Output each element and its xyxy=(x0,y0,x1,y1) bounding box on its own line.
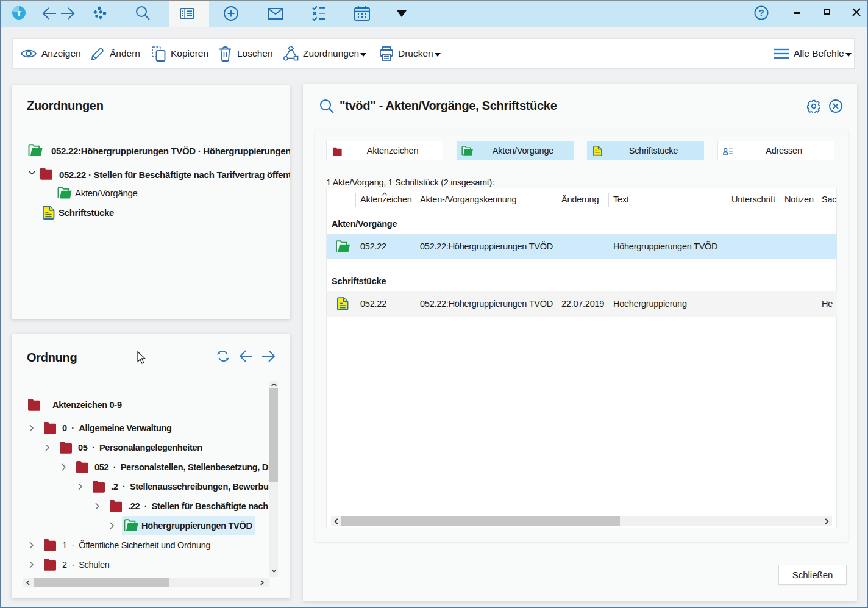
svg-text:?: ? xyxy=(758,7,764,18)
svg-text:r: r xyxy=(18,8,21,18)
